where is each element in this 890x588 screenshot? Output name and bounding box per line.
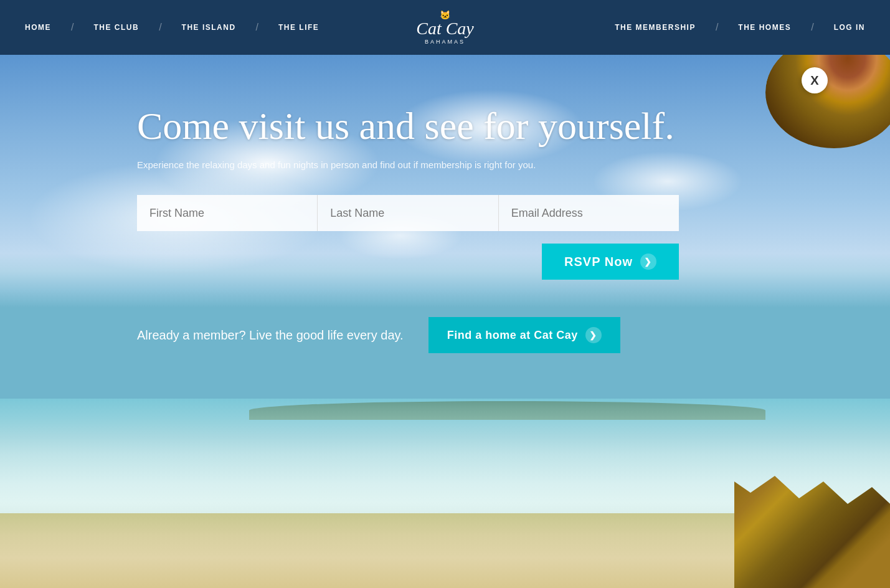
navigation: HOME / THE CLUB / THE ISLAND / THE LIFE … bbox=[0, 0, 890, 55]
nav-the-life[interactable]: THE LIFE bbox=[278, 23, 319, 32]
find-home-button[interactable]: Find a home at Cat Cay ❯ bbox=[428, 317, 620, 353]
member-text: Already a member? Live the good life eve… bbox=[137, 328, 404, 343]
main-content: Come visit us and see for yourself. Expe… bbox=[0, 55, 890, 588]
hero-title: Come visit us and see for yourself. bbox=[137, 105, 698, 147]
nav-divider-3: / bbox=[256, 22, 258, 33]
hero-subtitle: Experience the relaxing days and fun nig… bbox=[137, 159, 573, 170]
nav-logo[interactable]: 🐱 Cat Cay BAHAMAS bbox=[416, 10, 474, 45]
nav-divider-4: / bbox=[716, 22, 718, 33]
logo-subtitle: BAHAMAS bbox=[425, 39, 465, 45]
email-input[interactable] bbox=[499, 195, 679, 231]
find-home-arrow-icon: ❯ bbox=[585, 327, 602, 343]
close-icon: X bbox=[810, 74, 818, 88]
member-row: Already a member? Live the good life eve… bbox=[137, 317, 890, 353]
nav-the-club[interactable]: THE CLUB bbox=[93, 23, 139, 32]
find-home-label: Find a home at Cat Cay bbox=[447, 329, 578, 342]
nav-divider-1: / bbox=[71, 22, 73, 33]
first-name-input[interactable] bbox=[137, 195, 318, 231]
rsvp-row: RSVP Now ❯ bbox=[137, 244, 679, 280]
nav-divider-2: / bbox=[159, 22, 161, 33]
last-name-input[interactable] bbox=[318, 195, 498, 231]
rsvp-arrow-icon: ❯ bbox=[640, 254, 656, 270]
nav-the-island[interactable]: THE ISLAND bbox=[182, 23, 236, 32]
rsvp-button[interactable]: RSVP Now ❯ bbox=[542, 244, 679, 280]
nav-right: THE MEMBERSHIP / THE HOMES / LOG IN bbox=[615, 22, 865, 33]
nav-home[interactable]: HOME bbox=[25, 23, 51, 32]
rsvp-label: RSVP Now bbox=[564, 255, 633, 269]
nav-left: HOME / THE CLUB / THE ISLAND / THE LIFE bbox=[25, 22, 319, 33]
nav-the-homes[interactable]: THE HOMES bbox=[738, 23, 791, 32]
close-button[interactable]: X bbox=[802, 67, 828, 93]
nav-divider-5: / bbox=[811, 22, 813, 33]
signup-form-row bbox=[137, 195, 679, 231]
nav-the-membership[interactable]: THE MEMBERSHIP bbox=[615, 23, 696, 32]
nav-log-in[interactable]: LOG IN bbox=[834, 23, 865, 32]
logo-name: Cat Cay bbox=[416, 20, 474, 37]
